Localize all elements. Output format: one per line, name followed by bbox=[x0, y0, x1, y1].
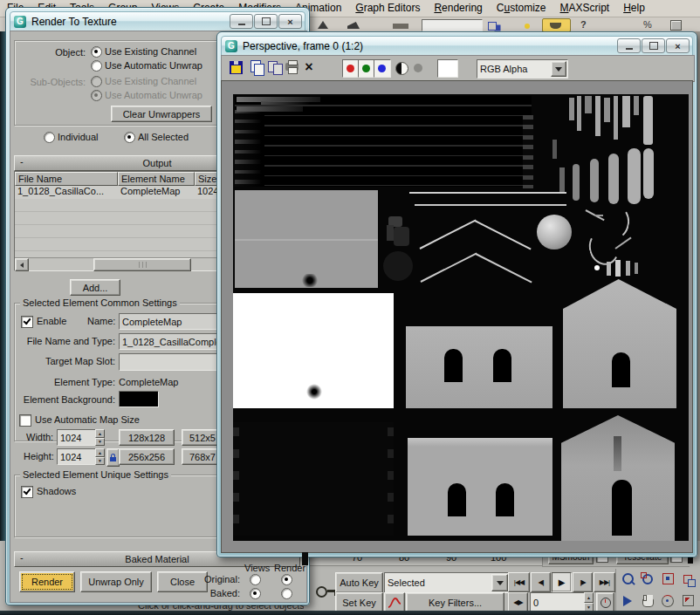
key-filters-button[interactable]: Key Filters... bbox=[406, 592, 504, 612]
original-render-radio[interactable] bbox=[281, 574, 292, 585]
chevron-down-icon bbox=[497, 581, 504, 585]
name-label: Name: bbox=[87, 316, 115, 327]
clear-unwrappers-button[interactable]: Clear Unwrappers bbox=[111, 106, 212, 122]
selection-set-dropdown[interactable]: Selected bbox=[384, 572, 510, 593]
scroll-left-arrow[interactable] bbox=[15, 258, 29, 271]
cell-file-name: 1_0128_CasillaCo... bbox=[15, 186, 120, 199]
size-256-button[interactable]: 256x256 bbox=[119, 448, 175, 465]
enable-label: Enable bbox=[37, 316, 66, 327]
print-icon[interactable] bbox=[285, 63, 299, 71]
render-button[interactable]: Render bbox=[19, 571, 75, 592]
element-background-label: Element Background: bbox=[14, 394, 115, 406]
go-to-start-button[interactable]: |◀◀ bbox=[508, 572, 530, 592]
minimize-button[interactable] bbox=[617, 38, 641, 53]
width-field[interactable]: 1024 bbox=[57, 429, 100, 446]
play-button[interactable]: ▶ bbox=[552, 572, 572, 592]
shadows-checkbox[interactable] bbox=[21, 486, 33, 498]
frame-spinner[interactable]: ▲▼ bbox=[584, 592, 594, 612]
next-frame-button[interactable]: |▶ bbox=[573, 572, 593, 592]
clone-window-icon[interactable] bbox=[268, 61, 282, 73]
copy-bitmap-icon[interactable] bbox=[250, 60, 261, 72]
zoom-all-icon[interactable] bbox=[638, 569, 657, 589]
selection-set-arrow[interactable] bbox=[491, 574, 508, 591]
rtt-title-bar[interactable]: G Render To Texture × bbox=[10, 11, 305, 31]
object-auto-radio[interactable] bbox=[91, 60, 102, 72]
target-map-slot-label: Target Map Slot: bbox=[14, 356, 115, 367]
minimize-icon bbox=[238, 24, 245, 25]
snap-arrow-icon[interactable] bbox=[347, 22, 360, 29]
arc-rotate-icon[interactable] bbox=[658, 591, 677, 611]
add-button[interactable]: Add... bbox=[70, 279, 120, 296]
rfw-title-bar[interactable]: G Perspective, frame 0 (1:2) × bbox=[221, 36, 693, 56]
go-to-end-button[interactable]: ▶▶| bbox=[594, 572, 615, 592]
size-lock-button[interactable] bbox=[106, 448, 120, 467]
maximize-viewport-icon[interactable] bbox=[678, 591, 697, 611]
named-selection-combo[interactable] bbox=[422, 19, 483, 31]
width-spinner[interactable]: ▲▼ bbox=[95, 429, 105, 446]
green-channel-button[interactable] bbox=[358, 59, 375, 78]
spinner-up-icon[interactable]: ▲ bbox=[584, 592, 594, 603]
current-frame-field[interactable]: 0 bbox=[530, 592, 589, 612]
channel-display-dropdown[interactable]: RGB Alpha bbox=[477, 59, 568, 79]
align-icon[interactable] bbox=[393, 24, 408, 29]
channel-dropdown-arrow[interactable] bbox=[551, 61, 566, 77]
element-type-value: CompleteMap bbox=[119, 377, 178, 388]
baked-views-radio[interactable] bbox=[250, 588, 261, 599]
set-key-button[interactable]: Set Key bbox=[335, 592, 383, 612]
element-background-swatch[interactable] bbox=[119, 391, 159, 407]
auto-key-button[interactable]: Auto Key bbox=[335, 572, 383, 593]
clock-icon bbox=[600, 598, 611, 608]
minimize-button[interactable] bbox=[230, 14, 253, 29]
object-existing-radio[interactable] bbox=[91, 46, 102, 58]
layer-squares-icon[interactable] bbox=[488, 22, 497, 31]
zoom-extents-icon[interactable] bbox=[658, 569, 677, 589]
render-dialog-box-icon[interactable] bbox=[670, 20, 682, 31]
background-color-swatch[interactable] bbox=[437, 59, 458, 78]
baked-render-radio[interactable] bbox=[281, 588, 292, 599]
individual-radio[interactable] bbox=[44, 132, 55, 143]
menu-graph-editors[interactable]: Graph Editors bbox=[348, 1, 427, 16]
menu-rendering[interactable]: Rendering bbox=[427, 1, 489, 16]
height-spinner[interactable]: ▲▼ bbox=[95, 448, 105, 465]
original-views-radio[interactable] bbox=[250, 574, 261, 585]
maximize-button[interactable] bbox=[642, 38, 665, 53]
maximize-button[interactable] bbox=[254, 14, 278, 29]
enable-checkbox[interactable] bbox=[21, 316, 33, 328]
object-auto-label: Use Automatic Unwrap bbox=[105, 60, 202, 72]
help-question-icon[interactable]: ? bbox=[580, 19, 587, 31]
zoom-extents-all-icon[interactable] bbox=[678, 569, 697, 589]
render-teapot-button[interactable] bbox=[542, 18, 571, 32]
time-configuration-button[interactable] bbox=[596, 592, 614, 612]
menu-customize[interactable]: Customize bbox=[490, 1, 553, 16]
red-channel-button[interactable] bbox=[342, 59, 360, 78]
close-button[interactable]: × bbox=[278, 14, 302, 29]
menu-help[interactable]: Help bbox=[616, 1, 652, 16]
set-key-curve-button[interactable] bbox=[384, 592, 405, 612]
zoom-icon[interactable] bbox=[618, 569, 637, 589]
unwrap-only-button[interactable]: Unwrap Only bbox=[80, 571, 152, 592]
close-icon: × bbox=[287, 17, 292, 26]
pan-hand-icon[interactable] bbox=[638, 591, 657, 611]
field-of-view-icon[interactable] bbox=[618, 591, 637, 611]
menu-maxscript[interactable]: MAXScript bbox=[553, 1, 617, 16]
clear-x-icon[interactable]: × bbox=[302, 59, 316, 75]
auto-map-size-checkbox[interactable] bbox=[19, 414, 31, 427]
alpha-channel-icon[interactable] bbox=[395, 62, 408, 75]
unique-settings-title: Selected Element Unique Settings bbox=[20, 469, 171, 480]
monochrome-icon[interactable] bbox=[414, 64, 422, 72]
window-bottom-edge bbox=[0, 611, 700, 615]
scroll-thumb[interactable] bbox=[93, 258, 191, 271]
save-bitmap-icon[interactable] bbox=[230, 61, 243, 74]
blue-channel-button[interactable] bbox=[374, 59, 391, 78]
close-button[interactable]: × bbox=[666, 38, 690, 53]
max-logo-icon: G bbox=[14, 16, 26, 28]
column-header-file-name[interactable]: File Name bbox=[15, 172, 118, 186]
close-icon: × bbox=[675, 42, 680, 51]
previous-frame-button[interactable]: ◀| bbox=[531, 572, 551, 592]
mirror-arrow-icon[interactable] bbox=[318, 21, 328, 29]
column-header-element-name[interactable]: Element Name bbox=[118, 172, 195, 186]
all-selected-radio[interactable] bbox=[124, 132, 135, 143]
size-128-button[interactable]: 128x128 bbox=[119, 429, 175, 446]
key-mode-toggle-button[interactable]: ◀▶ bbox=[508, 592, 528, 612]
height-field[interactable]: 1024 bbox=[57, 448, 100, 465]
